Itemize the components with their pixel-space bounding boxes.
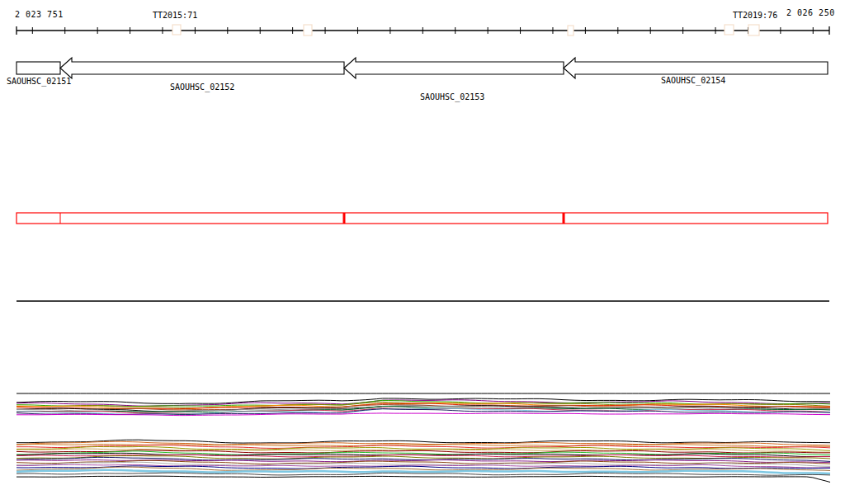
coverage-line	[17, 470, 830, 473]
coverage-plot-upper	[17, 393, 830, 416]
coverage-line	[17, 440, 830, 443]
ruler-feature-marker-box[interactable]	[172, 25, 181, 35]
gene-label-saouhsc-02152[interactable]: SAOUHSC_02152	[170, 82, 234, 92]
gene-SAOUHSC_02151[interactable]	[17, 62, 60, 74]
ruler-feature-marker-box[interactable]	[725, 25, 734, 35]
coverage-line	[17, 473, 830, 475]
selected-region-track[interactable]	[17, 213, 828, 224]
genome-browser-window: 2 023 751 TT2015:71 TT2019:76 2 026 250 …	[0, 0, 845, 504]
coordinate-ruler[interactable]	[17, 26, 829, 35]
gene-label-saouhsc-02153[interactable]: SAOUHSC_02153	[420, 92, 484, 101]
gene-SAOUHSC_02153[interactable]	[344, 58, 564, 78]
ruler-start-coordinate: 2 023 751	[15, 10, 64, 19]
gene-label-saouhsc-02154[interactable]: SAOUHSC_02154	[661, 76, 725, 85]
ruler-feature-marker-box[interactable]	[304, 25, 312, 35]
ruler-feature-marker-box[interactable]	[568, 26, 574, 35]
gene-SAOUHSC_02152[interactable]	[60, 58, 344, 78]
gene-label-saouhsc-02151[interactable]: SAOUHSC_02151	[7, 77, 71, 86]
ruler-feature-label-tt2015[interactable]: TT2015:71	[153, 11, 197, 20]
coverage-plot-lower	[17, 440, 830, 482]
ruler-feature-marker-box[interactable]	[748, 25, 759, 35]
red-track-outline[interactable]	[17, 213, 828, 224]
coverage-line	[17, 476, 830, 482]
ruler-end-coordinate: 2 026 250	[786, 8, 835, 17]
ruler-feature-label-tt2019[interactable]: TT2019:76	[733, 11, 777, 20]
